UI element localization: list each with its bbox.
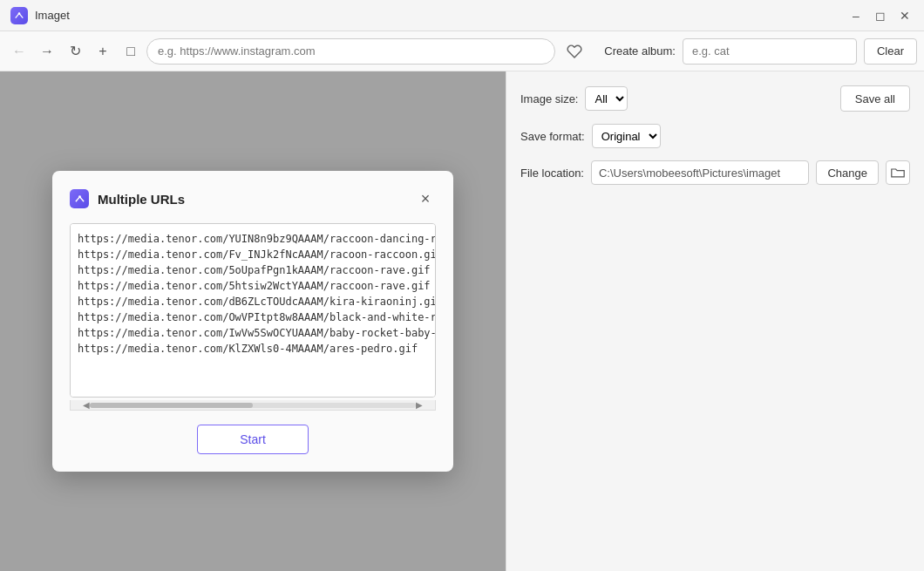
browser-area: Multiple URLs × ◀ ▶ Start [0,71,506,571]
save-all-button[interactable]: Save all [840,85,910,112]
modal-footer: Start [70,425,436,454]
file-location-label: File location: [520,167,584,180]
image-size-label: Image size: [520,92,578,105]
url-input[interactable] [146,38,555,65]
horizontal-scrollbar[interactable]: ◀ ▶ [70,400,436,411]
multiple-urls-modal: Multiple URLs × ◀ ▶ Start [52,171,453,472]
change-button[interactable]: Change [816,160,879,185]
app-title: Imaget [35,9,847,22]
new-tab-button[interactable]: + [91,39,115,64]
scroll-right-arrow[interactable]: ▶ [416,400,423,410]
modal-overlay: Multiple URLs × ◀ ▶ Start [0,71,506,571]
forward-button[interactable]: → [35,39,59,64]
close-button[interactable]: ✕ [896,7,914,24]
modal-logo [70,189,89,208]
right-panel: Image size: All Save all Save format: Or… [506,71,924,571]
image-size-row: Image size: All Save all [520,85,910,112]
window-controls: – ◻ ✕ [847,7,914,24]
save-format-label: Save format: [520,130,585,143]
image-size-select[interactable]: All [585,86,628,111]
file-location-row: File location: Change [520,160,910,185]
svg-point-2 [78,195,81,198]
folder-button[interactable] [886,160,910,185]
create-album-input[interactable] [683,38,857,65]
create-album-section: Create album: Clear [604,38,917,65]
bookmark-button[interactable] [562,39,587,64]
modal-title: Multiple URLs [98,192,415,207]
title-bar: Imaget – ◻ ✕ [0,0,924,31]
modal-close-button[interactable]: × [415,188,436,209]
save-format-select[interactable]: Original [592,124,661,148]
modal-header: Multiple URLs × [70,188,436,209]
start-button[interactable]: Start [197,425,309,454]
file-location-input[interactable] [591,160,809,185]
clear-button[interactable]: Clear [864,38,917,65]
tab-icon[interactable]: □ [119,39,143,64]
main-content: Multiple URLs × ◀ ▶ Start Imag [0,71,924,571]
scroll-left-arrow[interactable]: ◀ [83,400,90,410]
create-album-label: Create album: [604,44,676,58]
restore-button[interactable]: ◻ [872,7,889,24]
minimize-button[interactable]: – [847,7,865,24]
app-logo [10,7,28,24]
back-button[interactable]: ← [7,39,31,64]
scroll-thumb[interactable] [90,403,253,408]
scroll-track [90,403,416,408]
browser-toolbar: ← → ↻ + □ Create album: Clear [0,31,924,71]
urls-textarea[interactable] [70,223,436,398]
refresh-button[interactable]: ↻ [63,39,87,64]
svg-point-0 [18,12,21,15]
save-format-row: Save format: Original [520,124,910,148]
